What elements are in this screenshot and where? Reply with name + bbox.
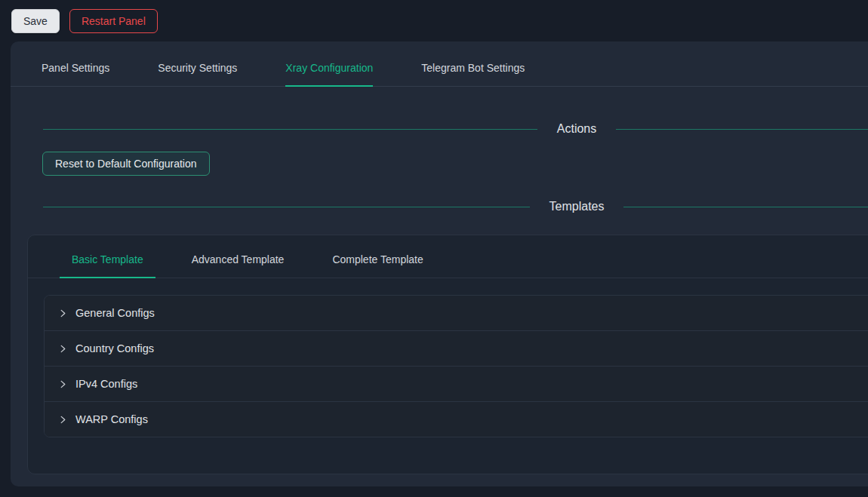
tab-advanced-template[interactable]: Advanced Template: [180, 253, 297, 278]
template-config-collapse: General Configs Country Configs: [44, 295, 868, 437]
template-tab-bar: Basic Template Advanced Template Complet…: [28, 235, 868, 278]
reset-default-configuration-button[interactable]: Reset to Default Configuration: [42, 152, 210, 176]
tab-xray-configuration[interactable]: Xray Configuration: [285, 62, 373, 87]
actions-section-divider: Actions: [43, 122, 868, 136]
save-button[interactable]: Save: [11, 9, 60, 33]
chevron-right-icon: [58, 344, 67, 353]
chevron-right-icon: [58, 308, 67, 318]
templates-card: Basic Template Advanced Template Complet…: [27, 235, 868, 474]
restart-panel-button[interactable]: Restart Panel: [69, 9, 158, 33]
actions-section-title: Actions: [557, 122, 596, 136]
tab-panel-settings[interactable]: Panel Settings: [42, 62, 109, 86]
settings-card: Panel Settings Security Settings Xray Co…: [11, 41, 868, 486]
collapse-panel-ipv4-configs[interactable]: IPv4 Configs: [45, 367, 868, 402]
templates-section-divider: Templates: [43, 200, 868, 213]
collapse-panel-country-configs[interactable]: Country Configs: [45, 331, 868, 367]
collapse-panel-label: IPv4 Configs: [75, 378, 137, 390]
top-toolbar: Save Restart Panel: [0, 0, 868, 41]
tab-security-settings[interactable]: Security Settings: [158, 62, 237, 86]
settings-tab-bar: Panel Settings Security Settings Xray Co…: [11, 41, 868, 87]
templates-section-title: Templates: [549, 200, 605, 213]
xray-settings-page: Save Restart Panel Panel Settings Securi…: [0, 0, 868, 497]
chevron-right-icon: [58, 415, 67, 424]
collapse-panel-label: WARP Configs: [75, 413, 148, 425]
tab-telegram-bot-settings[interactable]: Telegram Bot Settings: [421, 62, 525, 86]
tab-basic-template[interactable]: Basic Template: [60, 253, 155, 278]
tab-complete-template[interactable]: Complete Template: [320, 253, 435, 278]
collapse-panel-warp-configs[interactable]: WARP Configs: [45, 402, 868, 437]
collapse-panel-general-configs[interactable]: General Configs: [45, 296, 868, 331]
collapse-panel-label: Country Configs: [75, 342, 154, 354]
chevron-right-icon: [58, 379, 67, 388]
collapse-panel-label: General Configs: [75, 307, 155, 319]
